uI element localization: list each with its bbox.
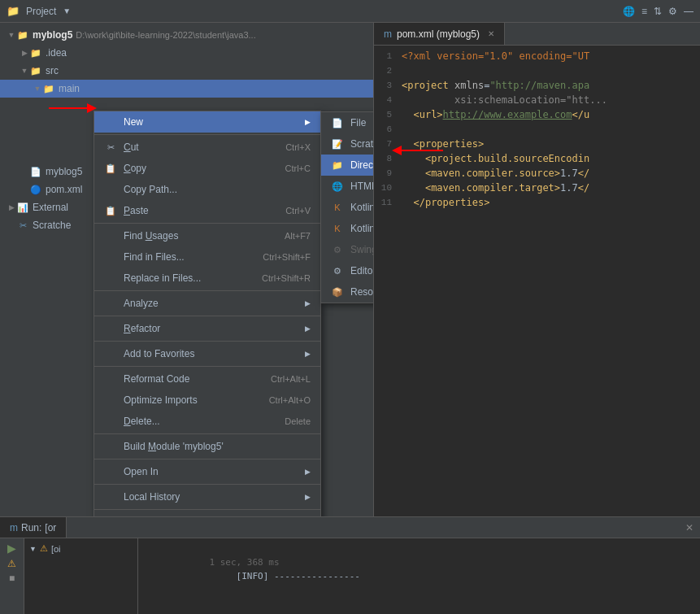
list-icon[interactable]: ≡ — [641, 6, 647, 17]
sort-icon[interactable]: ⇅ — [654, 6, 662, 17]
separator-7 — [94, 433, 320, 434]
tree-arrow-idea: ▶ — [20, 49, 29, 57]
pom-tab-icon: m — [384, 28, 392, 40]
submenu-resourcebundle[interactable]: 📦 Resource Bundle — [321, 281, 374, 303]
tree-arrow-main: ▼ — [33, 85, 42, 93]
run-play-button[interactable]: ▶ — [7, 542, 16, 555]
history-icon — [104, 490, 117, 503]
settings-icon[interactable]: ⚙ — [668, 6, 677, 17]
paste-icon: 📋 — [104, 204, 117, 217]
context-menu-copypath-label: Copy Path... — [124, 184, 177, 195]
context-menu-new[interactable]: New — [94, 111, 320, 133]
editor-content[interactable]: 1 <?xml version="1.0" encoding="UT 2 3 <… — [374, 46, 700, 516]
refactor-icon — [104, 322, 117, 335]
optimize-shortcut: Ctrl+Alt+O — [269, 395, 311, 405]
line-num-9: 9 — [374, 168, 398, 178]
context-menu-favorites[interactable]: Add to Favorites — [94, 343, 320, 364]
tree-label-pom: pom.xml — [46, 184, 82, 195]
context-menu-copy[interactable]: 📋 Copy Ctrl+C — [94, 158, 320, 179]
editor-tabs: m pom.xml (myblog5) ✕ — [374, 23, 700, 46]
scratch-icon: ✂ — [16, 219, 29, 232]
directory-icon: 📁 — [331, 159, 344, 172]
code-line-6: 6 — [374, 122, 700, 137]
context-menu-reformat-label: Reformat Code — [124, 373, 189, 385]
tree-item-myblog5[interactable]: ▼ 📁 myblog5 D:\work\git\bite-learning-20… — [0, 26, 373, 44]
globe-icon[interactable]: 🌐 — [623, 6, 635, 17]
tree-arrow-external: ▶ — [7, 203, 16, 211]
file-icon: 📄 — [331, 116, 344, 129]
context-menu-reformat[interactable]: Reformat Code Ctrl+Alt+L — [94, 368, 320, 390]
context-menu-copypath[interactable]: Copy Path... — [94, 179, 320, 200]
reload-icon: 🔄 — [104, 516, 117, 516]
line-num-2: 2 — [374, 66, 398, 76]
line-content-7: <properties> — [398, 138, 700, 150]
tree-label-main: main — [59, 83, 80, 94]
submenu-file[interactable]: 📄 File — [321, 112, 374, 133]
submenu-kotlin-script[interactable]: K Kotlin Script — [321, 197, 374, 218]
copy-shortcut: Ctrl+C — [285, 163, 311, 173]
code-line-2: 2 — [374, 63, 700, 78]
submenu-html[interactable]: 🌐 HTML File — [321, 176, 374, 197]
run-sidebar: ▶ ⚠ ■ — [0, 538, 24, 614]
minimize-icon[interactable]: — — [684, 6, 693, 17]
line-num-1: 1 — [374, 51, 398, 61]
context-menu-copy-label: Copy — [124, 163, 146, 174]
tree-item-idea[interactable]: ▶ 📁 .idea — [0, 44, 373, 62]
code-line-5: 5 <url>http://www.example.com</u — [374, 107, 700, 122]
context-menu-new-label: New — [124, 116, 143, 128]
tree-label-module: myblog5 — [46, 166, 82, 177]
submenu-html-label: HTML File — [350, 181, 374, 192]
context-menu-reload[interactable]: 🔄 Reload from Disk — [94, 512, 320, 516]
copypath-icon — [104, 183, 117, 196]
editor-tab-pomxml[interactable]: m pom.xml (myblog5) ✕ — [374, 23, 505, 45]
run-tab-label: Run: — [21, 522, 41, 533]
run-tab[interactable]: m Run: [or — [0, 517, 67, 538]
output-line-1: 1 sec, 368 ms [INFO] ---------------- — [145, 542, 693, 597]
context-menu-findinfiles[interactable]: Find in Files... Ctrl+Shift+F — [94, 246, 320, 268]
optimize-icon — [104, 394, 117, 407]
tree-label-external: External — [33, 202, 68, 213]
context-menu-delete[interactable]: Delete... Delete — [94, 411, 320, 432]
swing-icon: ⚙ — [331, 243, 344, 256]
openin-icon — [104, 465, 117, 478]
submenu-resourcebundle-label: Resource Bundle — [350, 286, 374, 298]
findusages-shortcut: Alt+F7 — [285, 231, 311, 241]
kotlin-script-icon: K — [331, 201, 344, 214]
separator-10 — [94, 509, 320, 510]
code-line-10: 10 <maven.compiler.target>1.7</ — [374, 181, 700, 195]
context-menu-cut[interactable]: ✂ Cut Ctrl+X — [94, 137, 320, 158]
run-warning-icon: ⚠ — [7, 558, 16, 569]
context-menu-findusages[interactable]: Find Usages Alt+F7 — [94, 225, 320, 246]
context-menu-refactor[interactable]: Refactor — [94, 318, 320, 339]
folder-icon-myblog5: 📁 — [16, 28, 29, 41]
bottom-panel-close[interactable]: ✕ — [685, 522, 693, 533]
context-menu-replace[interactable]: Replace in Files... Ctrl+Shift+R — [94, 268, 320, 289]
context-menu-localhistory-label: Local History — [124, 491, 180, 503]
context-menu-optimize[interactable]: Optimize Imports Ctrl+Alt+O — [94, 390, 320, 411]
submenu-directory[interactable]: 📁 Directory — [321, 155, 374, 176]
context-menu-build[interactable]: Build Module 'myblog5' — [94, 436, 320, 457]
submenu-editorconfig[interactable]: ⚙ EditorConfig File — [321, 260, 374, 281]
line-content-9: <maven.compiler.source>1.7</ — [398, 168, 700, 179]
run-stop-button[interactable]: ■ — [9, 573, 15, 584]
submenu-kotlin-worksheet[interactable]: K Kotlin Worksheet — [321, 218, 374, 239]
context-menu-openin[interactable]: Open In — [94, 461, 320, 482]
tree-item-src[interactable]: ▼ 📁 src — [0, 62, 373, 80]
run-tree-item[interactable]: ▼ ⚠ [oi — [28, 542, 134, 555]
dropdown-arrow[interactable]: ▼ — [63, 7, 71, 15]
context-menu-localhistory[interactable]: Local History — [94, 486, 320, 507]
favorites-icon — [104, 347, 117, 360]
line-content-4: xsi:schemaLocation="htt... — [398, 94, 700, 106]
submenu-scratch[interactable]: 📝 Scratch File Ctrl+Alt+Shift+Insert — [321, 133, 374, 155]
tree-item-main[interactable]: ▼ 📁 main — [0, 80, 373, 98]
scratch-file-icon: 📝 — [331, 137, 344, 150]
folder-icon-main: 📁 — [42, 82, 55, 95]
context-menu-paste[interactable]: 📋 Paste Ctrl+V — [94, 200, 320, 221]
reformat-icon — [104, 372, 117, 385]
pom-tab-close[interactable]: ✕ — [488, 29, 494, 38]
context-menu-analyze[interactable]: Analyze — [94, 293, 320, 314]
run-output: 1 sec, 368 ms [INFO] ---------------- 5 … — [138, 538, 700, 614]
toolbar-icons: 🌐 ≡ ⇅ ⚙ — — [623, 6, 693, 17]
line-num-7: 7 — [374, 139, 398, 149]
submenu-swing[interactable]: ⚙ Swing UI Designer — [321, 239, 374, 260]
